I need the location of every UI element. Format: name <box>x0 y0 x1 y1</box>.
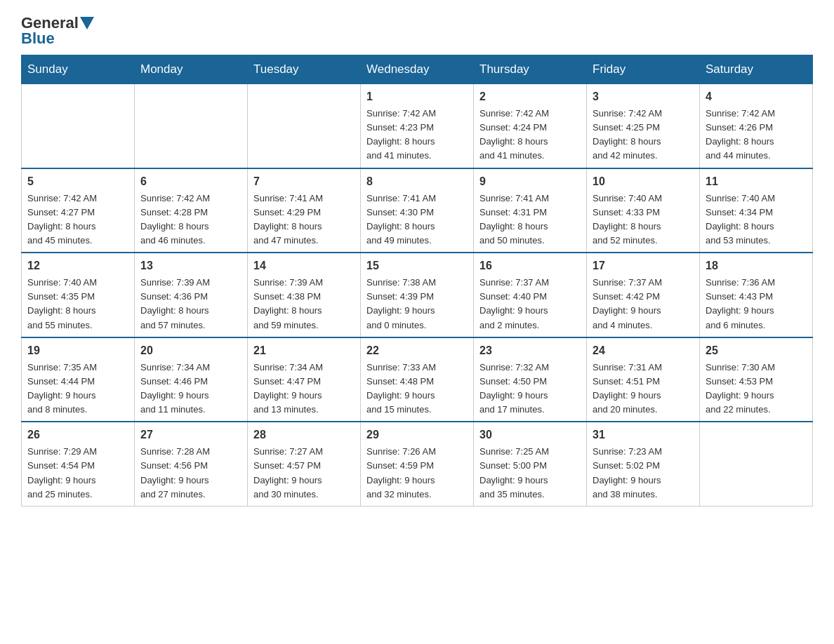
day-number: 12 <box>27 257 128 274</box>
calendar-cell-week5-day1: 26Sunrise: 7:29 AM Sunset: 4:54 PM Dayli… <box>22 422 135 506</box>
weekday-header-friday: Friday <box>587 55 700 84</box>
calendar-cell-week2-day5: 9Sunrise: 7:41 AM Sunset: 4:31 PM Daylig… <box>474 168 587 253</box>
calendar-cell-week3-day2: 13Sunrise: 7:39 AM Sunset: 4:36 PM Dayli… <box>135 253 248 337</box>
day-info: Sunrise: 7:39 AM Sunset: 4:36 PM Dayligh… <box>140 276 241 333</box>
day-info: Sunrise: 7:40 AM Sunset: 4:33 PM Dayligh… <box>593 192 694 248</box>
day-number: 6 <box>140 173 241 190</box>
day-info: Sunrise: 7:42 AM Sunset: 4:26 PM Dayligh… <box>706 107 807 163</box>
calendar-week-5: 26Sunrise: 7:29 AM Sunset: 4:54 PM Dayli… <box>22 422 813 506</box>
day-number: 23 <box>479 342 581 359</box>
day-number: 25 <box>706 342 807 359</box>
calendar-cell-week1-day7: 4Sunrise: 7:42 AM Sunset: 4:26 PM Daylig… <box>700 84 813 168</box>
day-info: Sunrise: 7:28 AM Sunset: 4:56 PM Dayligh… <box>140 445 241 502</box>
calendar-cell-week1-day3 <box>248 84 361 168</box>
weekday-header-row: SundayMondayTuesdayWednesdayThursdayFrid… <box>22 55 813 84</box>
weekday-header-monday: Monday <box>135 55 248 84</box>
calendar-cell-week4-day4: 22Sunrise: 7:33 AM Sunset: 4:48 PM Dayli… <box>361 337 474 422</box>
calendar-week-2: 5Sunrise: 7:42 AM Sunset: 4:27 PM Daylig… <box>22 168 813 253</box>
day-number: 2 <box>479 88 581 105</box>
calendar-cell-week4-day6: 24Sunrise: 7:31 AM Sunset: 4:51 PM Dayli… <box>587 337 700 422</box>
calendar-cell-week3-day1: 12Sunrise: 7:40 AM Sunset: 4:35 PM Dayli… <box>22 253 135 337</box>
calendar-cell-week4-day1: 19Sunrise: 7:35 AM Sunset: 4:44 PM Dayli… <box>22 337 135 422</box>
day-number: 29 <box>366 427 468 443</box>
day-number: 5 <box>27 173 128 190</box>
calendar-cell-week3-day7: 18Sunrise: 7:36 AM Sunset: 4:43 PM Dayli… <box>700 253 813 337</box>
day-info: Sunrise: 7:41 AM Sunset: 4:30 PM Dayligh… <box>366 192 468 248</box>
calendar-table: SundayMondayTuesdayWednesdayThursdayFrid… <box>21 55 813 507</box>
day-info: Sunrise: 7:33 AM Sunset: 4:48 PM Dayligh… <box>366 361 468 417</box>
calendar-cell-week2-day6: 10Sunrise: 7:40 AM Sunset: 4:33 PM Dayli… <box>587 168 700 253</box>
day-info: Sunrise: 7:40 AM Sunset: 4:35 PM Dayligh… <box>27 276 128 333</box>
calendar-week-3: 12Sunrise: 7:40 AM Sunset: 4:35 PM Dayli… <box>22 253 813 337</box>
day-number: 17 <box>593 257 694 274</box>
day-info: Sunrise: 7:23 AM Sunset: 5:02 PM Dayligh… <box>593 445 694 502</box>
weekday-header-thursday: Thursday <box>474 55 587 84</box>
logo-blue-text: Blue <box>21 29 55 48</box>
calendar-cell-week2-day4: 8Sunrise: 7:41 AM Sunset: 4:30 PM Daylig… <box>361 168 474 253</box>
day-info: Sunrise: 7:26 AM Sunset: 4:59 PM Dayligh… <box>366 445 468 502</box>
day-number: 8 <box>366 173 468 190</box>
logo: General Blue <box>21 14 95 48</box>
day-number: 10 <box>593 173 694 190</box>
day-info: Sunrise: 7:36 AM Sunset: 4:43 PM Dayligh… <box>706 276 807 333</box>
day-number: 26 <box>27 427 128 443</box>
day-info: Sunrise: 7:34 AM Sunset: 4:46 PM Dayligh… <box>140 361 241 417</box>
calendar-cell-week4-day7: 25Sunrise: 7:30 AM Sunset: 4:53 PM Dayli… <box>700 337 813 422</box>
day-info: Sunrise: 7:41 AM Sunset: 4:29 PM Dayligh… <box>253 192 355 248</box>
day-number: 9 <box>479 173 581 190</box>
day-number: 15 <box>366 257 468 274</box>
calendar-week-1: 1Sunrise: 7:42 AM Sunset: 4:23 PM Daylig… <box>22 84 813 168</box>
calendar-cell-week1-day2 <box>135 84 248 168</box>
day-info: Sunrise: 7:42 AM Sunset: 4:27 PM Dayligh… <box>27 192 128 248</box>
day-number: 20 <box>140 342 241 359</box>
calendar-cell-week1-day6: 3Sunrise: 7:42 AM Sunset: 4:25 PM Daylig… <box>587 84 700 168</box>
calendar-cell-week3-day6: 17Sunrise: 7:37 AM Sunset: 4:42 PM Dayli… <box>587 253 700 337</box>
day-info: Sunrise: 7:27 AM Sunset: 4:57 PM Dayligh… <box>253 445 355 502</box>
page-header: General Blue <box>21 14 813 48</box>
calendar-cell-week4-day2: 20Sunrise: 7:34 AM Sunset: 4:46 PM Dayli… <box>135 337 248 422</box>
day-info: Sunrise: 7:42 AM Sunset: 4:23 PM Dayligh… <box>366 107 468 163</box>
day-info: Sunrise: 7:29 AM Sunset: 4:54 PM Dayligh… <box>27 445 128 502</box>
day-info: Sunrise: 7:39 AM Sunset: 4:38 PM Dayligh… <box>253 276 355 333</box>
day-number: 31 <box>593 427 694 443</box>
calendar-cell-week4-day3: 21Sunrise: 7:34 AM Sunset: 4:47 PM Dayli… <box>248 337 361 422</box>
calendar-cell-week1-day1 <box>22 84 135 168</box>
day-number: 30 <box>479 427 581 443</box>
day-number: 28 <box>253 427 355 443</box>
calendar-cell-week5-day2: 27Sunrise: 7:28 AM Sunset: 4:56 PM Dayli… <box>135 422 248 506</box>
day-number: 14 <box>253 257 355 274</box>
calendar-cell-week2-day2: 6Sunrise: 7:42 AM Sunset: 4:28 PM Daylig… <box>135 168 248 253</box>
day-number: 22 <box>366 342 468 359</box>
day-number: 13 <box>140 257 241 274</box>
weekday-header-tuesday: Tuesday <box>248 55 361 84</box>
day-number: 24 <box>593 342 694 359</box>
day-number: 16 <box>479 257 581 274</box>
logo-triangle-icon <box>80 17 94 29</box>
day-info: Sunrise: 7:35 AM Sunset: 4:44 PM Dayligh… <box>27 361 128 417</box>
day-info: Sunrise: 7:34 AM Sunset: 4:47 PM Dayligh… <box>253 361 355 417</box>
day-number: 1 <box>366 88 468 105</box>
calendar-cell-week3-day5: 16Sunrise: 7:37 AM Sunset: 4:40 PM Dayli… <box>474 253 587 337</box>
calendar-cell-week1-day4: 1Sunrise: 7:42 AM Sunset: 4:23 PM Daylig… <box>361 84 474 168</box>
day-number: 21 <box>253 342 355 359</box>
weekday-header-saturday: Saturday <box>700 55 813 84</box>
day-info: Sunrise: 7:30 AM Sunset: 4:53 PM Dayligh… <box>706 361 807 417</box>
calendar-cell-week2-day3: 7Sunrise: 7:41 AM Sunset: 4:29 PM Daylig… <box>248 168 361 253</box>
weekday-header-sunday: Sunday <box>22 55 135 84</box>
day-info: Sunrise: 7:42 AM Sunset: 4:24 PM Dayligh… <box>479 107 581 163</box>
day-info: Sunrise: 7:41 AM Sunset: 4:31 PM Dayligh… <box>479 192 581 248</box>
calendar-cell-week3-day4: 15Sunrise: 7:38 AM Sunset: 4:39 PM Dayli… <box>361 253 474 337</box>
day-info: Sunrise: 7:25 AM Sunset: 5:00 PM Dayligh… <box>479 445 581 502</box>
day-number: 19 <box>27 342 128 359</box>
day-info: Sunrise: 7:40 AM Sunset: 4:34 PM Dayligh… <box>706 192 807 248</box>
day-number: 18 <box>706 257 807 274</box>
day-number: 11 <box>706 173 807 190</box>
calendar-week-4: 19Sunrise: 7:35 AM Sunset: 4:44 PM Dayli… <box>22 337 813 422</box>
calendar-cell-week5-day7 <box>700 422 813 506</box>
calendar-cell-week5-day5: 30Sunrise: 7:25 AM Sunset: 5:00 PM Dayli… <box>474 422 587 506</box>
day-info: Sunrise: 7:31 AM Sunset: 4:51 PM Dayligh… <box>593 361 694 417</box>
day-info: Sunrise: 7:38 AM Sunset: 4:39 PM Dayligh… <box>366 276 468 333</box>
calendar-cell-week4-day5: 23Sunrise: 7:32 AM Sunset: 4:50 PM Dayli… <box>474 337 587 422</box>
calendar-cell-week5-day3: 28Sunrise: 7:27 AM Sunset: 4:57 PM Dayli… <box>248 422 361 506</box>
weekday-header-wednesday: Wednesday <box>361 55 474 84</box>
